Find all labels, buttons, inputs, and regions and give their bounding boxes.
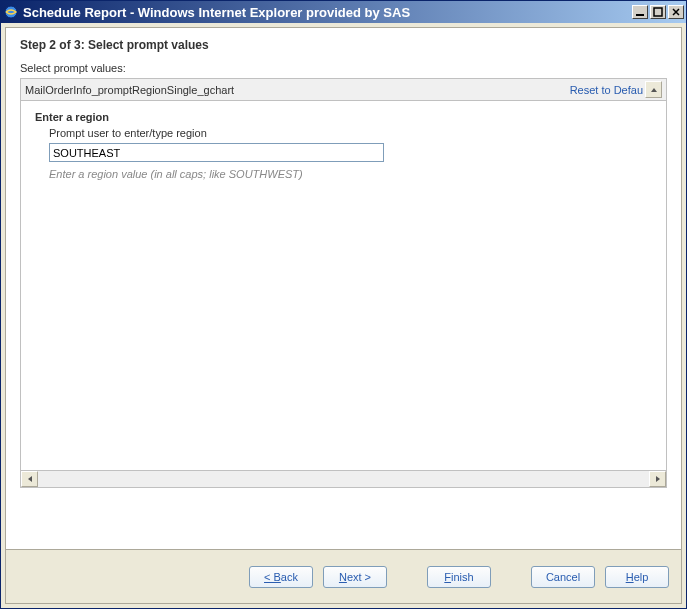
button-bar: < Back Next > Finish Cancel Help bbox=[5, 550, 682, 604]
minimize-button[interactable] bbox=[632, 5, 648, 19]
scroll-right-button[interactable] bbox=[649, 471, 666, 487]
reset-to-default-link[interactable]: Reset to Defau bbox=[570, 84, 643, 96]
region-input[interactable] bbox=[49, 143, 384, 162]
maximize-button[interactable] bbox=[650, 5, 666, 19]
help-button[interactable]: Help bbox=[605, 566, 669, 588]
window-title: Schedule Report - Windows Internet Explo… bbox=[23, 5, 632, 20]
scrollbar-track[interactable] bbox=[38, 471, 649, 487]
next-button[interactable]: Next > bbox=[323, 566, 387, 588]
section-title: Enter a region bbox=[35, 111, 656, 123]
horizontal-scrollbar[interactable] bbox=[20, 471, 667, 488]
content-area: Step 2 of 3: Select prompt values Select… bbox=[5, 27, 682, 550]
select-prompt-label: Select prompt values: bbox=[6, 62, 681, 78]
scroll-left-button[interactable] bbox=[21, 471, 38, 487]
svg-rect-2 bbox=[654, 8, 662, 16]
field-label: Prompt user to enter/type region bbox=[49, 127, 656, 139]
scroll-up-button[interactable] bbox=[645, 81, 662, 98]
app-window: Schedule Report - Windows Internet Explo… bbox=[0, 0, 687, 609]
finish-button[interactable]: Finish bbox=[427, 566, 491, 588]
chart-name: MailOrderInfo_promptRegionSingle_gchart bbox=[25, 84, 570, 96]
cancel-button[interactable]: Cancel bbox=[531, 566, 595, 588]
window-controls bbox=[632, 5, 684, 19]
ie-icon bbox=[3, 4, 19, 20]
back-button[interactable]: < Back bbox=[249, 566, 313, 588]
step-title: Step 2 of 3: Select prompt values bbox=[6, 38, 681, 62]
field-hint: Enter a region value (in all caps; like … bbox=[49, 168, 656, 180]
prompt-body: Enter a region Prompt user to enter/type… bbox=[20, 101, 667, 471]
titlebar[interactable]: Schedule Report - Windows Internet Explo… bbox=[1, 1, 686, 23]
close-button[interactable] bbox=[668, 5, 684, 19]
prompt-header: MailOrderInfo_promptRegionSingle_gchart … bbox=[20, 78, 667, 101]
svg-rect-1 bbox=[636, 14, 644, 16]
